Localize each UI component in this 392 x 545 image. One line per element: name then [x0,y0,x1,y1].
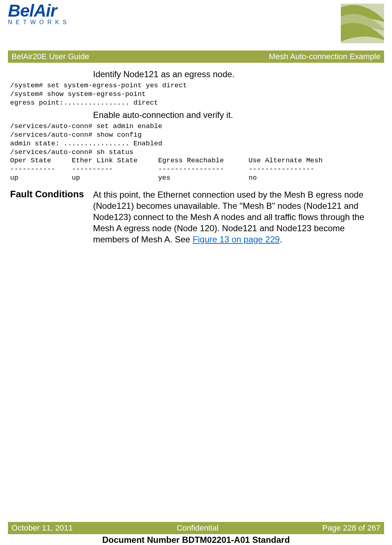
footer-bar: October 11, 2011 Confidential Page 228 o… [8,522,384,534]
code-block-2: /services/auto-conn# set admin enable /s… [10,122,382,182]
footer-confidential: Confidential [177,523,219,533]
logo-subtext: NETWORKS [8,19,70,26]
swoosh-icon [341,4,384,45]
footer-date: October 11, 2011 [12,523,73,533]
logo-brand: BelAir [8,4,70,18]
title-bar-right: Mesh Auto-connection Example [269,52,380,61]
content-area: Identify Node121 as an egress node. /sys… [8,69,384,245]
instruction-1: Identify Node121 as an egress node. [93,69,382,79]
fault-conditions-section: Fault Conditions At this point, the Ethe… [10,189,382,245]
section-body: At this point, the Ethernet connection u… [93,189,382,245]
header-row: BelAir NETWORKS [8,4,384,45]
title-bar-left: BelAir20E User Guide [12,52,89,61]
document-number: Document Number BDTM02201-A01 Standard [8,535,384,545]
body-text-2: . [280,234,282,244]
section-heading: Fault Conditions [10,189,93,200]
code-block-1: /system# set system-egress-point yes dir… [10,82,382,107]
figure-link[interactable]: Figure 13 on page 229 [193,234,280,244]
footer-page: Page 228 of 267 [322,523,380,533]
title-bar: BelAir20E User Guide Mesh Auto-connectio… [8,50,384,63]
instruction-2: Enable auto-connection and verify it. [93,110,382,120]
logo: BelAir NETWORKS [8,4,70,26]
